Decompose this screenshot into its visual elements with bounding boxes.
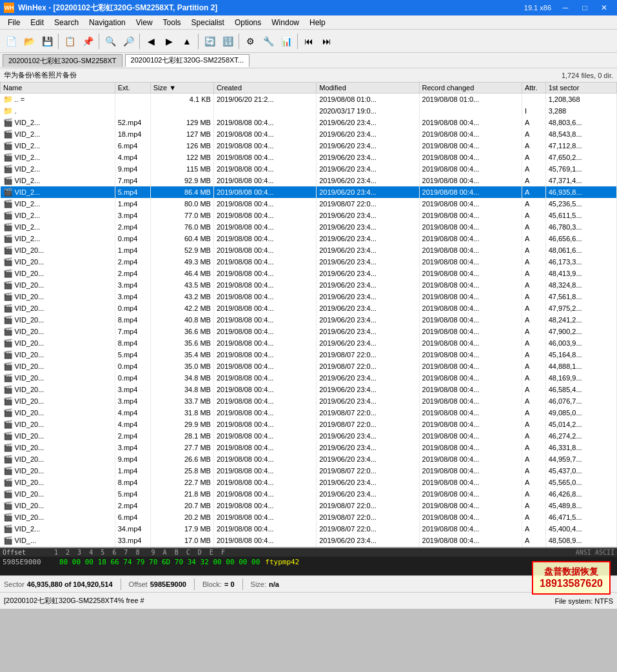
table-row[interactable]: 🎬 VID_20... 3.mp4 43.2 MB 2019/08/08 00:… bbox=[1, 291, 617, 302]
col-header-size[interactable]: Size ▼ bbox=[150, 83, 213, 94]
cell-record: 2019/08/08 00:4... bbox=[419, 291, 522, 302]
table-row[interactable]: 🎬 VID_2... 52.mp4 129 MB 2019/08/08 00:4… bbox=[1, 117, 617, 128]
file-name-text: VID_2... bbox=[15, 130, 41, 138]
minimize-button[interactable]: ─ bbox=[556, 2, 574, 14]
table-row[interactable]: 🎬 VID_2... 3.mp4 77.0 MB 2019/08/08 00:4… bbox=[1, 210, 617, 221]
table-row[interactable]: 🎬 VID_20... 9.mp4 26.6 MB 2019/08/08 00:… bbox=[1, 453, 617, 465]
table-row[interactable]: 🎬 VID_20... 7.mp4 36.6 MB 2019/08/08 00:… bbox=[1, 326, 617, 337]
cell-modified: 2019/06/20 23:4... bbox=[317, 488, 419, 500]
cell-modified: 2019/08/07 22:0... bbox=[317, 523, 419, 535]
col-header-attr[interactable]: Attr. bbox=[522, 83, 545, 94]
table-row[interactable]: 🎬 VID_20... 3.mp4 43.5 MB 2019/08/08 00:… bbox=[1, 279, 617, 291]
tab-2[interactable]: 20200102七彩虹320G-SM2258XT... bbox=[125, 54, 250, 67]
cell-ext: 1.mp4 bbox=[115, 244, 150, 256]
cell-sector: 46,076,7... bbox=[545, 395, 616, 407]
offset-status: Offset 5985E9000 bbox=[129, 580, 186, 588]
col-header-ext[interactable]: Ext. bbox=[115, 83, 150, 94]
col-header-record[interactable]: Record changed bbox=[419, 83, 522, 94]
table-row[interactable]: 🎬 VID_20... 0.mp4 34.8 MB 2019/08/08 00:… bbox=[1, 372, 617, 384]
table-row[interactable]: 🎬 VID_20... 8.mp4 35.6 MB 2019/08/08 00:… bbox=[1, 337, 617, 349]
col-header-modified[interactable]: Modified bbox=[317, 83, 419, 94]
menu-view[interactable]: View bbox=[131, 17, 158, 28]
tab-1[interactable]: 20200102七彩虹320G-SM2258XT bbox=[3, 54, 122, 67]
menu-help[interactable]: Help bbox=[304, 17, 331, 28]
cell-size: 42.2 MB bbox=[150, 302, 213, 314]
table-row[interactable]: 🎬 VID_2... 0.mp4 60.4 MB 2019/08/08 00:4… bbox=[1, 233, 617, 244]
file-table-container[interactable]: Name Ext. Size ▼ Created Modified Record… bbox=[0, 83, 617, 547]
file-name-text: VID_20... bbox=[15, 502, 44, 509]
file-icon: 🎬 bbox=[3, 489, 13, 499]
table-row[interactable]: 🎬 VID_20... 5.mp4 21.8 MB 2019/08/08 00:… bbox=[1, 488, 617, 500]
col-header-sector[interactable]: 1st sector bbox=[545, 83, 616, 94]
table-row[interactable]: 🎬 VID_2... 1.mp4 80.0 MB 2019/08/08 00:4… bbox=[1, 198, 617, 210]
table-row[interactable]: 🎬 VID_20... 4.mp4 29.9 MB 2019/08/08 00:… bbox=[1, 419, 617, 430]
find-next-btn[interactable]: 🔎 bbox=[120, 33, 137, 50]
search-btn[interactable]: 🔍 bbox=[102, 33, 119, 50]
table-row[interactable]: 🎬 VID_20... 2.mp4 28.1 MB 2019/08/08 00:… bbox=[1, 430, 617, 442]
menu-edit[interactable]: Edit bbox=[25, 17, 49, 28]
nav-up-btn[interactable]: ▲ bbox=[179, 33, 195, 50]
table-row[interactable]: 🎬 VID_2... 4.mp4 122 MB 2019/08/08 00:4.… bbox=[1, 152, 617, 163]
col-header-name[interactable]: Name bbox=[1, 83, 115, 94]
close-button[interactable]: ✕ bbox=[595, 2, 613, 14]
file-name-text: VID_2... bbox=[15, 188, 41, 196]
prev-btn[interactable]: ⏮ bbox=[300, 33, 317, 50]
toolbar-sep-4 bbox=[198, 34, 199, 49]
restore-button[interactable]: □ bbox=[576, 2, 594, 14]
table-row[interactable]: 🎬 VID_20... 1.mp4 25.8 MB 2019/08/08 00:… bbox=[1, 465, 617, 477]
paste-btn[interactable]: 📌 bbox=[79, 33, 96, 50]
next-btn[interactable]: ⏭ bbox=[318, 33, 335, 50]
new-btn[interactable]: 📄 bbox=[3, 33, 19, 50]
table-row[interactable]: 🎬 VID_20... 1.mp4 52.9 MB 2019/08/08 00:… bbox=[1, 244, 617, 256]
menu-specialist[interactable]: Specialist bbox=[186, 17, 230, 28]
tools3-btn[interactable]: 📊 bbox=[278, 33, 295, 50]
menu-file[interactable]: File bbox=[3, 17, 25, 28]
cell-name: 🎬 VID_20... bbox=[1, 314, 115, 326]
goto-btn[interactable]: 🔢 bbox=[219, 33, 236, 50]
tab-2-label: 20200102七彩虹320G-SM2258XT... bbox=[131, 55, 244, 65]
table-row[interactable]: 🎬 VID_20... 0.mp4 35.0 MB 2019/08/08 00:… bbox=[1, 361, 617, 372]
table-row[interactable]: 📁 . 2020/03/17 19:0... I 3,288 bbox=[1, 105, 617, 117]
table-row[interactable]: 📁 .. = 4.1 KB 2019/06/20 21:2... 2019/08… bbox=[1, 94, 617, 105]
table-row[interactable]: 🎬 VID_20... 5.mp4 35.4 MB 2019/08/08 00:… bbox=[1, 349, 617, 361]
table-row[interactable]: 🎬 VID_20... 4.mp4 31.8 MB 2019/08/08 00:… bbox=[1, 407, 617, 419]
menu-navigation[interactable]: Navigation bbox=[84, 17, 131, 28]
table-row[interactable]: 🎬 VID_20... 3.mp4 33.7 MB 2019/08/08 00:… bbox=[1, 395, 617, 407]
table-row[interactable]: 🎬 VID_20... 6.mp4 20.2 MB 2019/08/08 00:… bbox=[1, 511, 617, 523]
menu-window[interactable]: Window bbox=[266, 17, 304, 28]
cell-created: 2019/08/08 00:4... bbox=[213, 210, 316, 221]
col-header-created[interactable]: Created bbox=[213, 83, 316, 94]
tools2-btn[interactable]: 🔧 bbox=[260, 33, 277, 50]
table-row[interactable]: 🎬 VID_2... 9.mp4 115 MB 2019/08/08 00:4.… bbox=[1, 163, 617, 175]
open-btn[interactable]: 📂 bbox=[21, 33, 37, 50]
nav-back-btn[interactable]: ◀ bbox=[142, 33, 159, 50]
nav-fwd-btn[interactable]: ▶ bbox=[161, 33, 177, 50]
table-row[interactable]: 🎬 VID_20... 0.mp4 42.2 MB 2019/08/08 00:… bbox=[1, 302, 617, 314]
table-row[interactable]: 🎬 VID_20... 3.mp4 34.8 MB 2019/08/08 00:… bbox=[1, 384, 617, 395]
table-row[interactable]: 🎬 VID_2... 5.mp4 86.4 MB 2019/08/08 00:4… bbox=[1, 186, 617, 198]
table-row[interactable]: 🎬 VID_20... 2.mp4 49.3 MB 2019/08/08 00:… bbox=[1, 256, 617, 268]
menu-search[interactable]: Search bbox=[49, 17, 84, 28]
cell-sector: 47,112,8... bbox=[545, 140, 616, 152]
table-row[interactable]: 🎬 VID_20... 2.mp4 46.4 MB 2019/08/08 00:… bbox=[1, 268, 617, 279]
table-row[interactable]: 🎬 VID_2... 34.mp4 17.9 MB 2019/08/08 00:… bbox=[1, 523, 617, 535]
table-row[interactable]: 🎬 VID_20... 2.mp4 20.7 MB 2019/08/08 00:… bbox=[1, 500, 617, 511]
cell-size: 86.4 MB bbox=[150, 186, 213, 198]
table-row[interactable]: 🎬 VID_2... 7.mp4 92.9 MB 2019/08/08 00:4… bbox=[1, 175, 617, 186]
table-row[interactable]: 🎬 VID_2... 18.mp4 127 MB 2019/08/08 00:4… bbox=[1, 128, 617, 140]
cell-modified: 2019/06/20 23:4... bbox=[317, 268, 419, 279]
table-row[interactable]: 🎬 VID_2... 6.mp4 126 MB 2019/08/08 00:4.… bbox=[1, 140, 617, 152]
copy-btn[interactable]: 📋 bbox=[61, 33, 78, 50]
menu-options[interactable]: Options bbox=[230, 17, 266, 28]
table-row[interactable]: 🎬 VID_20... 8.mp4 22.7 MB 2019/08/08 00:… bbox=[1, 477, 617, 488]
table-row[interactable]: 🎬 VID_20... 8.mp4 40.8 MB 2019/08/08 00:… bbox=[1, 314, 617, 326]
tools1-btn[interactable]: ⚙ bbox=[242, 33, 259, 50]
save-btn[interactable]: 💾 bbox=[39, 33, 55, 50]
file-icon: 🎬 bbox=[3, 176, 13, 185]
refresh-btn[interactable]: 🔄 bbox=[201, 33, 218, 50]
table-row[interactable]: 🎬 VID_... 33.mp4 17.0 MB 2019/08/08 00:4… bbox=[1, 535, 617, 546]
table-row[interactable]: 🎬 VID_20... 3.mp4 27.7 MB 2019/08/08 00:… bbox=[1, 442, 617, 453]
cell-ext: 18.mp4 bbox=[115, 128, 150, 140]
menu-tools[interactable]: Tools bbox=[158, 17, 186, 28]
table-row[interactable]: 🎬 VID_2... 2.mp4 76.0 MB 2019/08/08 00:4… bbox=[1, 221, 617, 233]
